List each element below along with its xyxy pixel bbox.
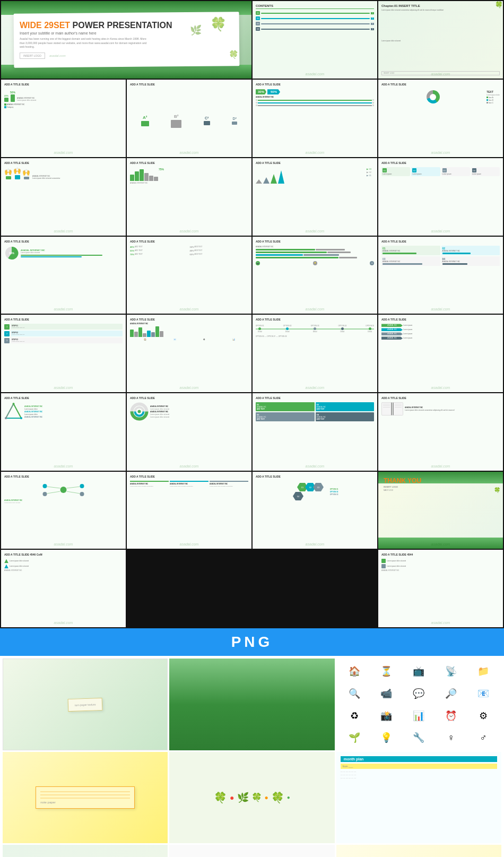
hero-watermark: asadal.com (49, 54, 66, 57)
slide-1[interactable]: ADD A TITLE SLIDE 23% 50% ASADAL INTERNE… (1, 80, 126, 157)
watermark: asadal.com (306, 386, 325, 389)
png-item-paper: torn paper texture (3, 659, 168, 750)
watermark: asadal.com (306, 542, 325, 546)
watermark: asadal.com (180, 542, 199, 546)
slide-8[interactable]: ADD A TITLE SLIDE 01 Lorem ipsum 02 Lore… (378, 158, 503, 236)
png-item-notepad: note paper (3, 752, 168, 843)
slide-10[interactable]: ADD A TITLE SLIDE 46%ADD TEXT 34%ADD TEX… (127, 237, 251, 314)
slide-19[interactable]: ADD A TITLE SLIDE 01 ASADAL INC ADD TEXT… (253, 393, 377, 471)
search-icon: 🔍 (349, 688, 360, 699)
slide-18[interactable]: ADD A TITLE SLIDE ASADAL INTERNET INC Lo… (127, 393, 251, 471)
slide-26[interactable]: ADD A TITLE SLIDE 4544 Lorem ipsum dolor… (378, 550, 503, 627)
watermark: asadal.com (54, 621, 73, 625)
folder-icon: 📁 (477, 665, 489, 677)
png-item-book (169, 845, 334, 857)
svg-text:02: 02 (309, 486, 311, 489)
hero-description: Asadal has been running one of the bigge… (20, 37, 147, 49)
slide-20[interactable]: ADD A TITLE SLIDE (378, 393, 503, 471)
watermark: asadal.com (431, 229, 450, 233)
watermark: asadal.com (180, 229, 199, 233)
watermark: asadal.com (431, 621, 450, 625)
chat-icon: 💬 (413, 688, 424, 699)
slide-16[interactable]: ADD A TITLE SLIDE ASADAL INC Lorem ipsum… (378, 315, 503, 392)
slide-9-label: ADD A TITLE SLIDE (4, 240, 123, 243)
male-icon: ♂ (480, 732, 487, 743)
slide-4-label: ADD A TITLE SLIDE (381, 83, 500, 86)
svg-text:60%: 60% (9, 252, 15, 255)
slide-4[interactable]: ADD A TITLE SLIDE TEXT Lorem ipsum dolor… (378, 80, 503, 157)
hourglass-icon: ⏳ (380, 665, 392, 677)
watermark: asadal.com (54, 542, 73, 546)
slide-7[interactable]: ADD A TITLE SLIDE ▶ 03 ▶ 02 ▶ 01 asadal.… (253, 158, 377, 236)
tools-icon: 🔧 (413, 732, 424, 743)
watermark: asadal.com (54, 307, 73, 311)
hero-slide[interactable]: WIDE 29SET POWER PRESENTATION Insert you… (1, 1, 251, 79)
svg-point-14 (80, 492, 84, 496)
slide-3[interactable]: ADD A TITLE SLIDE 30% 50% ASADAL INTERNE… (253, 80, 377, 157)
alarm-icon: ⏰ (445, 710, 457, 722)
svg-line-17 (67, 487, 80, 488)
watermark: asadal.com (54, 229, 73, 233)
watermark: asadal.com (180, 464, 199, 468)
slide-3-label: ADD A TITLE SLIDE (256, 83, 374, 86)
slide-21-label: ADD A TITLE SLIDE (4, 475, 123, 478)
slide-thankyou[interactable]: THANK YOU INSERT LOGO MANY LOGO 🍀 asadal… (378, 472, 503, 549)
slide-22[interactable]: ADD A TITLE SLIDE ASADAL INTERNET INC Lo… (127, 472, 251, 549)
png-item-leaf-deco: 🌿 (3, 845, 168, 857)
svg-line-15 (47, 487, 60, 488)
slide-26-label: ADD A TITLE SLIDE 4544 (381, 553, 500, 556)
thankyou-title: THANK YOU (384, 477, 498, 484)
png-section-header: PNG (0, 628, 504, 656)
watermark: asadal.com (306, 151, 325, 154)
slide-18-label: ADD A TITLE SLIDE (130, 396, 248, 400)
svg-line-18 (67, 491, 80, 494)
contents-slide[interactable]: CONTENTS 011 022 033 044 asadal.com (253, 1, 377, 79)
chart-icon: 📊 (413, 710, 424, 722)
svg-line-16 (47, 491, 60, 494)
slide-2[interactable]: ADD A TITLE SLIDE A² B² C² (127, 80, 251, 157)
watermark: asadal.com (431, 151, 450, 154)
slide-25[interactable]: ADD A TITLE SLIDE 4546 CoM Lorem ipsum d… (1, 550, 126, 627)
slide-12[interactable]: ADD A TITLE SLIDE 01 ASADAL INTERNET INC… (378, 237, 503, 314)
svg-point-3 (20, 417, 22, 419)
png-item-monthplan: month plan from ___ — — — — — —— — — — —… (336, 752, 501, 843)
svg-point-9 (138, 410, 141, 413)
wifi-icon: 📡 (445, 665, 457, 677)
svg-point-12 (43, 492, 47, 496)
slide-7-label: ADD A TITLE SLIDE (256, 161, 374, 165)
svg-text:01: 01 (301, 486, 303, 489)
hero-title: WIDE 29SET POWER PRESENTATION (20, 21, 233, 30)
slide-11[interactable]: ADD A TITLE SLIDE ASADAL INTERNET INC (253, 237, 377, 314)
chapter-slide[interactable]: Chapter.01 INSERT TITLE Lorem ipsum dolo… (378, 1, 503, 79)
slide-13[interactable]: ADD A TITLE SLIDE 1 STEP 01 Lorem ipsum … (1, 315, 126, 392)
slide-11-label: ADD A TITLE SLIDE (256, 240, 374, 243)
svg-text:04: 04 (297, 495, 299, 498)
slide-14-label: ADD A TITLE SLIDE (130, 318, 248, 321)
camera-icon: 📸 (380, 710, 392, 722)
tv-icon: 📺 (413, 665, 424, 677)
bulb-icon: 💡 (380, 732, 392, 743)
zoom-icon: 🔎 (445, 688, 457, 699)
slide-13-label: ADD A TITLE SLIDE (4, 318, 123, 321)
home-icon: 🏠 (349, 665, 360, 677)
plant-icon: 🌱 (349, 732, 360, 743)
logo-placeholder: INSERT LOGO (20, 53, 45, 59)
slide-6[interactable]: ADD A TITLE SLIDE 75% ASADAL INTERNET IN… (127, 158, 251, 236)
video-icon: 📹 (380, 688, 392, 699)
slide-5[interactable]: ADD A TITLE SLIDE 🙌 🙌 🙌 ASADAL INTERN (1, 158, 126, 236)
slide-9[interactable]: ADD A TITLE SLIDE 60% ASADAL INTERNET IN… (1, 237, 126, 314)
svg-point-10 (60, 487, 67, 493)
contents-label: CONTENTS (256, 4, 374, 9)
slide-21[interactable]: ADD A TITLE SLIDE ASADAL (1, 472, 126, 549)
svg-text:03: 03 (317, 486, 319, 489)
slide-15[interactable]: ADD A TITLE SLIDE OPTION 01 Detail OPTIO… (253, 315, 377, 392)
watermark: asadal.com (431, 464, 450, 468)
slide-2-label: ADD A TITLE SLIDE (130, 83, 248, 86)
female-icon: ♀ (447, 732, 455, 743)
slide-8-label: ADD A TITLE SLIDE (381, 161, 500, 165)
slide-17[interactable]: ADD A TITLE SLIDE ASADAL INTERNET INC Lo… (1, 393, 126, 471)
svg-point-13 (80, 484, 84, 488)
slide-14[interactable]: ADD A TITLE SLIDE ASADAL INTERNET INC 🏠 … (127, 315, 251, 392)
slide-23[interactable]: ADD A TITLE SLIDE 01 02 03 0 (253, 472, 377, 549)
slide-6-label: ADD A TITLE SLIDE (130, 161, 248, 165)
